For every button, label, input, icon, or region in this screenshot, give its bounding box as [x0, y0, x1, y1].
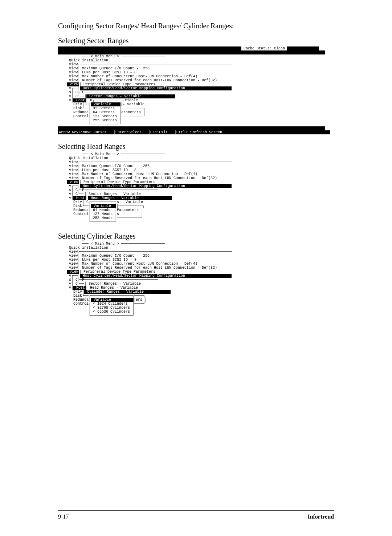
page-number: 9-17 [58, 513, 69, 520]
terminal-cyl: ─── < Main Menu > ──────────────────── Q… [58, 242, 325, 318]
page-footer: 9-17 Infortrend [58, 510, 334, 520]
subheading-sector: Selecting Sector Ranges [58, 37, 334, 45]
terminal-sector-content: Cache Status: Clean ─── < Main Menu > ──… [58, 46, 325, 134]
subheading-head: Selecting Head Ranges [58, 142, 334, 151]
terminal-cyl-content: ─── < Main Menu > ──────────────────── Q… [58, 242, 325, 318]
terminal-sector: Cache Status: Clean ─── < Main Menu > ──… [58, 46, 325, 134]
brand: Infortrend [307, 513, 334, 520]
terminal-head: ─── < Main Menu > ──────────────────── Q… [58, 152, 325, 224]
subheading-cyl: Selecting Cylinder Ranges [58, 232, 334, 240]
page-title: Configuring Sector Ranges/ Head Ranges/ … [58, 22, 334, 30]
terminal-head-content: ─── < Main Menu > ──────────────────── Q… [58, 152, 325, 224]
